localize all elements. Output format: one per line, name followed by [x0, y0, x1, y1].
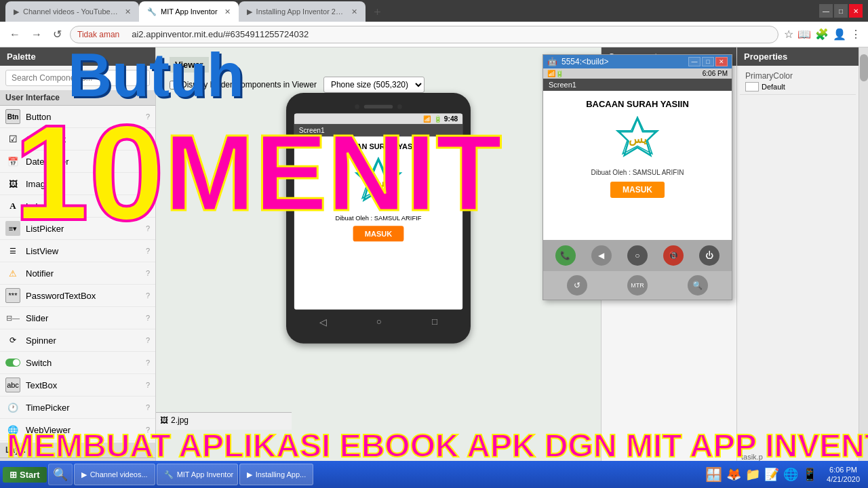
datepicker-icon: 📅 — [5, 154, 20, 169]
add-tab-button[interactable]: + — [368, 3, 387, 22]
palette-item-label[interactable]: A Label ? — [0, 195, 155, 218]
palette-item-spinner[interactable]: ⟳ Spinner ? — [0, 329, 155, 352]
palette-item-button[interactable]: Btn Button ? — [0, 106, 155, 128]
palette-help-listpicker: ? — [146, 224, 150, 232]
palette-item-listview[interactable]: ☰ ListView ? — [0, 240, 155, 262]
close-button[interactable]: ✕ — [849, 4, 863, 18]
palette-item-checkbox[interactable]: ☑ CheckBox ? — [0, 128, 155, 150]
minimize-button[interactable]: — — [819, 4, 833, 18]
menu-icon[interactable]: ⋮ — [850, 28, 861, 41]
tray-icon-firefox[interactable]: 🦊 — [726, 467, 741, 482]
taskbar-app-youtube[interactable]: ▶ Channel videos... — [74, 464, 155, 485]
palette-help-image: ? — [146, 180, 150, 188]
emu-mtr-button[interactable]: MTR — [627, 275, 648, 296]
phone-masuk-button[interactable]: MASUK — [353, 226, 404, 241]
home-nav-icon[interactable]: ○ — [376, 317, 382, 327]
start-button[interactable]: ⊞ Start — [3, 467, 47, 483]
back-nav-icon[interactable]: ◁ — [319, 317, 326, 327]
taskbar-search-button[interactable]: 🔍 — [48, 464, 73, 485]
profile-icon[interactable]: 👤 — [833, 28, 846, 41]
palette-item-label-datepicker: DatePicker — [26, 157, 140, 167]
forward-button[interactable]: → — [28, 27, 45, 42]
emu-masuk-button[interactable]: MASUK — [610, 182, 665, 198]
bookmark-list-icon[interactable]: 📖 — [797, 28, 811, 41]
palette-item-label-timepicker: TimePicker — [26, 403, 140, 413]
reload-button[interactable]: ↺ — [50, 26, 64, 42]
extension-icon[interactable]: 🧩 — [815, 28, 829, 41]
palette-item-listpicker[interactable]: ≡▾ ListPicker ? — [0, 218, 155, 240]
properties-scrollbar[interactable] — [859, 47, 868, 464]
emu-minimize-button[interactable]: — — [688, 57, 701, 66]
phone-time: 9:48 — [444, 115, 458, 123]
emu-rotate-button[interactable]: ↺ — [567, 275, 587, 296]
emu-home-button[interactable]: ○ — [627, 245, 648, 266]
phone-logo: يس — [353, 157, 405, 209]
taskbar-mit-label: MIT App Inventor — [177, 470, 234, 479]
bookmark-star-icon[interactable]: ☆ — [784, 28, 793, 41]
tab-label-installing: Installing App Inventor 2 Setup... — [256, 7, 344, 16]
tab-close-installing[interactable]: ✕ — [351, 7, 357, 16]
scrollbar-thumb[interactable] — [860, 54, 868, 81]
taskbar-app-installing[interactable]: ▶ Installing App... — [239, 464, 314, 485]
palette-item-label-label: Label — [26, 201, 140, 211]
emu-zoom-button[interactable]: 🔍 — [688, 275, 708, 296]
emu-close-button[interactable]: ✕ — [715, 57, 728, 66]
palette-item-image[interactable]: 🖼 Image ? — [0, 173, 155, 195]
emu-power-button[interactable]: ⏻ — [699, 245, 719, 266]
recent-nav-icon[interactable]: □ — [432, 317, 437, 327]
taskbar-youtube-label: Channel videos... — [90, 470, 148, 479]
palette-item-webviewer[interactable]: 🌐 WebViewer ? — [0, 419, 155, 441]
palette-item-timepicker[interactable]: 🕐 TimePicker ? — [0, 396, 155, 419]
phone-size-select[interactable]: Phone size (505,320) — [323, 77, 425, 93]
tab-installing[interactable]: ▶ Installing App Inventor 2 Setup... ✕ — [239, 1, 366, 22]
emu-back-button[interactable]: ◀ — [591, 245, 612, 266]
phone-camera-2 — [397, 104, 402, 109]
primarycolor-label: PrimaryColor — [745, 71, 850, 81]
app-content: Palette User Interface Btn Button ? ☑ Ch… — [0, 47, 868, 464]
tray-icon-folder[interactable]: 📁 — [745, 467, 760, 482]
phone-content: BACAAN SURAH YASIIN يس Dibuat Oleh : SAM… — [294, 137, 462, 310]
tab-close-youtube[interactable]: ✕ — [125, 7, 131, 16]
tab-favicon-mit: 🔧 — [147, 7, 157, 16]
phone-mockup: 📶 🔋 9:48 Screen1 BACAAN SURAH YASIIN — [286, 93, 471, 344]
taskbar-apps: ▶ Channel videos... 🔧 MIT App Inventor ▶… — [74, 464, 704, 485]
palette-help-textbox: ? — [146, 381, 150, 389]
emu-time: 6:06 PM — [703, 70, 728, 77]
svg-text:يس: يس — [369, 176, 389, 190]
emu-call-button[interactable]: 📞 — [555, 245, 576, 266]
tray-icon-windows[interactable]: 🪟 — [705, 466, 722, 483]
back-button[interactable]: ← — [7, 27, 23, 42]
palette-item-passwordtextbox[interactable]: *** PasswordTextBox ? — [0, 285, 155, 307]
emu-endcall-button[interactable]: 📵 — [663, 245, 684, 266]
palette-item-notifier[interactable]: ⚠ Notifier ? — [0, 262, 155, 285]
palette-item-textbox[interactable]: abc TextBox ? — [0, 374, 155, 396]
address-input[interactable] — [123, 26, 771, 43]
display-hidden-checkbox[interactable]: Display hidden components in Viewer — [170, 80, 317, 89]
tray-icon-android[interactable]: 📱 — [802, 467, 817, 482]
palette-item-label-switch: Switch — [26, 358, 140, 368]
taskbar-youtube-icon: ▶ — [81, 470, 87, 479]
palette-item-slider[interactable]: ⊟— Slider ? — [0, 307, 155, 329]
palette-item-datepicker[interactable]: 📅 DatePicker ? — [0, 150, 155, 173]
tab-favicon-installing: ▶ — [247, 7, 252, 16]
palette-help-label: ? — [146, 202, 150, 210]
palette-search-input[interactable] — [5, 70, 150, 86]
taskbar-app-mit[interactable]: 🔧 MIT App Inventor — [157, 464, 238, 485]
display-hidden-input[interactable] — [170, 81, 178, 89]
phone-speaker — [364, 105, 393, 108]
palette-item-label-listpicker: ListPicker — [26, 224, 140, 234]
primarycolor-box[interactable] — [745, 82, 759, 92]
tray-icon-chrome[interactable]: 🌐 — [783, 467, 798, 482]
address-bar: ← → ↺ Tidak aman ☆ 📖 🧩 👤 ⋮ — [0, 22, 868, 47]
palette-help-spinner: ? — [146, 336, 150, 344]
emu-content: BACAAN SURAH YASIIN يس Dibuat Oleh : SAM… — [543, 91, 732, 240]
taskbar-time: 6:06 PM 4/21/2020 — [821, 465, 865, 485]
tab-mit[interactable]: 🔧 MIT App Inventor ✕ — [139, 1, 239, 22]
tab-close-mit[interactable]: ✕ — [224, 7, 231, 16]
tray-icon-word[interactable]: 📝 — [764, 467, 779, 482]
emu-maximize-button[interactable]: □ — [702, 57, 714, 66]
palette-item-label-spinner: Spinner — [26, 336, 140, 346]
palette-item-switch[interactable]: Switch ? — [0, 352, 155, 374]
maximize-button[interactable]: □ — [834, 4, 848, 18]
tab-youtube[interactable]: ▶ Channel videos - YouTube Studi... ✕ — [5, 1, 139, 22]
